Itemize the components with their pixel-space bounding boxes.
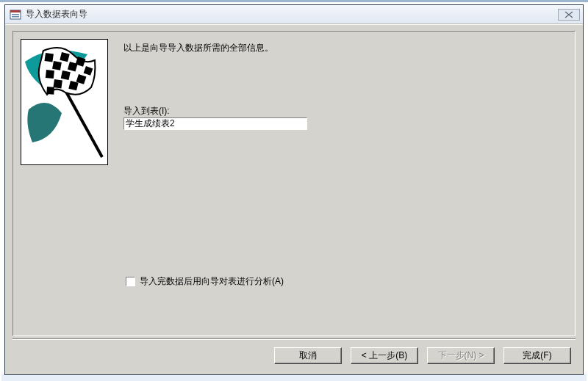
- svg-rect-1: [10, 10, 21, 12]
- wizard-dialog: 导入数据表向导: [4, 4, 584, 375]
- back-button[interactable]: < 上一步(B): [351, 347, 418, 364]
- svg-rect-15: [53, 79, 62, 88]
- finish-button[interactable]: 完成(F): [503, 347, 571, 364]
- back-button-label: < 上一步(B): [362, 349, 407, 362]
- info-text: 以上是向导导入数据所需的全部信息。: [123, 42, 273, 54]
- app-icon: [10, 9, 21, 21]
- client-area: 以上是向导导入数据所需的全部信息。 导入到表(I): 导入完数据后用向导对表进行…: [5, 24, 583, 374]
- button-bar: 取消 < 上一步(B) 下一步(N) > 完成(F): [274, 347, 571, 364]
- separator: [12, 338, 576, 340]
- dialog-title: 导入数据表向导: [26, 8, 558, 21]
- svg-rect-3: [12, 16, 19, 18]
- cancel-button-label: 取消: [299, 349, 317, 362]
- analyze-checkbox-label: 导入完数据后用向导对表进行分析(A): [140, 275, 284, 288]
- close-button[interactable]: [558, 9, 580, 21]
- next-button-label: 下一步(N) >: [438, 349, 484, 362]
- analyze-checkbox-row[interactable]: 导入完数据后用向导对表进行分析(A): [126, 275, 284, 288]
- svg-rect-2: [12, 14, 19, 15]
- finish-button-label: 完成(F): [523, 349, 551, 362]
- import-to-label: 导入到表(I):: [123, 105, 170, 117]
- content-panel: 以上是向导导入数据所需的全部信息。 导入到表(I): 导入完数据后用向导对表进行…: [12, 31, 576, 336]
- analyze-checkbox[interactable]: [126, 277, 135, 286]
- table-name-input[interactable]: [123, 117, 307, 130]
- titlebar: 导入数据表向导: [5, 5, 583, 24]
- svg-rect-17: [46, 87, 54, 95]
- svg-rect-12: [46, 70, 54, 79]
- svg-rect-6: [44, 53, 53, 62]
- svg-rect-9: [52, 61, 62, 70]
- svg-rect-13: [61, 70, 71, 80]
- wizard-graphic: [21, 39, 108, 165]
- cancel-button[interactable]: 取消: [274, 347, 342, 364]
- next-button: 下一步(N) >: [427, 347, 495, 364]
